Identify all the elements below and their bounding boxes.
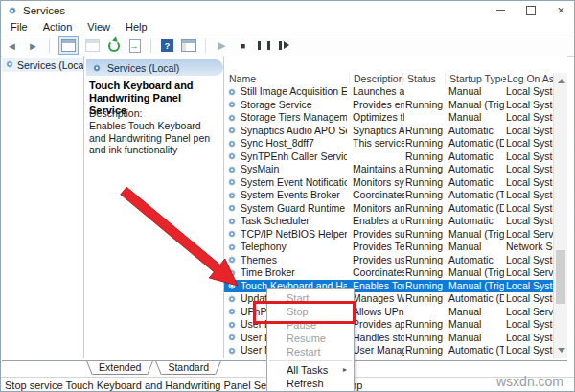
service-status-cell: Running bbox=[405, 137, 447, 150]
service-row[interactable]: TCP/IP NetBIOS HelperProvides sup...Runn… bbox=[224, 228, 554, 242]
service-gear-icon bbox=[227, 217, 237, 228]
service-row[interactable]: Sync Host_8dff7This service ...RunningAu… bbox=[224, 137, 554, 150]
service-status-cell: Running bbox=[405, 163, 447, 176]
service-row[interactable]: SysMainMaintains a...RunningAutomaticLoc… bbox=[224, 163, 554, 176]
service-logon-cell: Local System bbox=[506, 189, 554, 202]
service-startup-cell: Automatic bbox=[448, 176, 504, 190]
service-name-cell: Storage Service bbox=[241, 99, 347, 112]
close-button[interactable]: × bbox=[557, 1, 564, 19]
service-row[interactable]: Storage Tiers ManagementOptimizes th...M… bbox=[224, 111, 554, 125]
column-header-startup-type[interactable]: Startup Type bbox=[445, 73, 506, 85]
service-name-cell: Still Image Acquisition Events bbox=[241, 85, 347, 99]
service-startup-cell: Automatic bbox=[448, 150, 504, 164]
service-status-cell: Running bbox=[405, 202, 447, 216]
context-menu-item-resume[interactable]: Resume bbox=[267, 332, 354, 345]
service-status-cell: Running bbox=[405, 150, 447, 164]
service-row[interactable]: System Guard Runtime Mon...Monitors an..… bbox=[224, 202, 554, 216]
back-icon[interactable]: ◄ bbox=[5, 37, 19, 54]
toolbar-separator bbox=[150, 39, 151, 53]
service-gear-icon bbox=[227, 87, 237, 99]
service-description-cell: Synaptics Au... bbox=[353, 125, 404, 138]
new-window-icon[interactable] bbox=[85, 37, 100, 54]
service-description-cell: Monitors an... bbox=[353, 202, 404, 216]
service-logon-cell: Local System bbox=[506, 280, 554, 293]
service-description-cell: Provides ap... bbox=[353, 318, 404, 332]
service-row[interactable]: System Events BrokerCoordinates ...Runni… bbox=[224, 189, 554, 202]
service-row[interactable]: ThemesProvides use...RunningAutomaticLoc… bbox=[224, 254, 554, 267]
service-row[interactable]: Task SchedulerEnables a us...RunningAuto… bbox=[224, 215, 554, 228]
service-logon-cell: Local System bbox=[506, 163, 554, 176]
watermark-text: wsxdn.com bbox=[496, 374, 564, 389]
service-startup-cell: Manual bbox=[448, 318, 504, 332]
service-logon-cell: Local System bbox=[506, 202, 554, 216]
service-gear-icon bbox=[227, 126, 237, 137]
start-service-icon[interactable]: ▶ bbox=[215, 37, 229, 54]
column-header-status[interactable]: Status bbox=[402, 73, 436, 85]
service-startup-cell: Manual (Trigg... bbox=[448, 228, 504, 242]
menu-view[interactable]: View bbox=[80, 21, 118, 33]
service-gear-icon bbox=[227, 191, 237, 202]
context-menu-item-all-tasks[interactable]: All Tasks▸ bbox=[267, 363, 354, 377]
service-startup-cell: Automatic (Tri... bbox=[448, 344, 504, 357]
vertical-scrollbar[interactable] bbox=[553, 73, 567, 358]
service-status-cell: Running bbox=[405, 318, 447, 332]
service-gear-icon bbox=[227, 242, 237, 254]
refresh-icon[interactable] bbox=[106, 37, 121, 54]
scroll-up-icon[interactable] bbox=[558, 79, 565, 83]
service-status-cell: Running bbox=[405, 292, 447, 306]
service-logon-cell: Local System bbox=[506, 254, 554, 267]
tab-standard[interactable]: Standard bbox=[155, 361, 221, 375]
minimize-button[interactable] bbox=[496, 10, 505, 11]
service-gear-icon bbox=[227, 113, 237, 125]
stop-service-icon[interactable]: ■ bbox=[236, 37, 250, 54]
export-list-icon[interactable] bbox=[127, 37, 142, 54]
toolbar-separator bbox=[205, 39, 206, 53]
service-row[interactable]: SynTPEnh Caller ServiceRunningAutomaticL… bbox=[224, 150, 554, 164]
menu-help[interactable]: Help bbox=[118, 21, 155, 33]
context-menu-item-refresh[interactable]: Refresh bbox=[267, 377, 354, 390]
menu-file[interactable]: File bbox=[3, 21, 35, 33]
service-description-cell: Enables Tou... bbox=[353, 280, 404, 293]
extended-view-pane: Services (Local) Touch Keyboard and Hand… bbox=[84, 56, 223, 358]
show-hide-console-tree-icon[interactable] bbox=[181, 37, 196, 54]
pause-service-icon[interactable] bbox=[257, 37, 271, 54]
service-description-cell: Coordinates ... bbox=[353, 266, 404, 280]
service-startup-cell: Manual (Trigg... bbox=[448, 266, 504, 280]
service-description-cell: Optimizes th... bbox=[353, 111, 404, 125]
service-row[interactable]: Still Image Acquisition EventsLaunches a… bbox=[224, 85, 554, 99]
tab-extended[interactable]: Extended bbox=[86, 361, 153, 375]
help-icon[interactable]: ? bbox=[160, 37, 174, 54]
menu-action[interactable]: Action bbox=[35, 21, 80, 33]
service-logon-cell: Local System bbox=[506, 357, 554, 359]
context-menu-item-restart[interactable]: Restart bbox=[267, 345, 354, 358]
service-name-cell: Telephony bbox=[241, 241, 347, 254]
column-header-description[interactable]: Description bbox=[349, 73, 404, 85]
show-console-window-icon[interactable] bbox=[58, 36, 79, 55]
scrollbar-thumb[interactable] bbox=[556, 250, 565, 304]
scroll-down-icon[interactable] bbox=[558, 348, 565, 353]
column-header-name[interactable]: Name bbox=[225, 73, 256, 85]
forward-icon[interactable]: ► bbox=[26, 37, 40, 54]
service-gear-icon bbox=[227, 229, 237, 241]
service-startup-cell: Automatic bbox=[448, 215, 504, 228]
services-gear-icon bbox=[5, 59, 14, 71]
maximize-button[interactable] bbox=[526, 6, 536, 15]
service-name-cell: Themes bbox=[241, 254, 347, 267]
service-row[interactable]: Time BrokerCoordinates ...RunningManual … bbox=[224, 266, 554, 280]
service-logon-cell: Local Service bbox=[506, 306, 554, 319]
service-name-cell: Task Scheduler bbox=[241, 215, 347, 228]
service-gear-icon bbox=[227, 307, 237, 318]
service-row[interactable]: Storage ServiceProvides ena...RunningMan… bbox=[224, 99, 554, 112]
service-status-cell: Running bbox=[405, 357, 447, 359]
service-name-cell: Synaptics Audio APO Service bbox=[241, 125, 347, 138]
service-gear-icon bbox=[227, 346, 237, 357]
service-row[interactable]: TelephonyProvides Tel...RunningManualNet… bbox=[224, 241, 554, 254]
service-row[interactable]: System Event Notification S...Monitors s… bbox=[224, 176, 554, 190]
service-row[interactable]: Synaptics Audio APO ServiceSynaptics Au.… bbox=[224, 125, 554, 138]
service-logon-cell: Local System bbox=[506, 332, 554, 345]
service-description-cell: Handles stor... bbox=[353, 332, 404, 345]
column-header-log-on-as[interactable]: Log On As bbox=[502, 73, 554, 85]
restart-service-icon[interactable] bbox=[278, 37, 292, 54]
pane-header-label: Services (Local) bbox=[107, 62, 179, 74]
tree-item-services-local[interactable]: Services (Local) bbox=[2, 58, 83, 72]
